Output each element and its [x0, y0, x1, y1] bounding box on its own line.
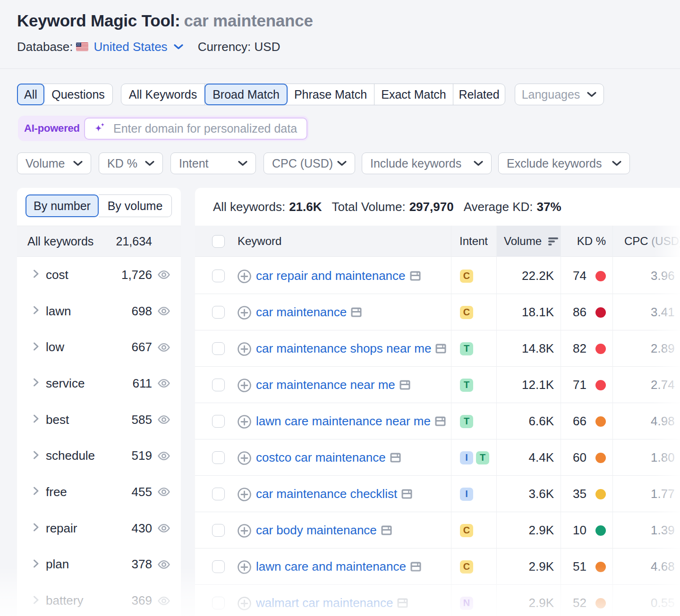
select-all-checkbox[interactable] [212, 235, 225, 248]
group-row-repair[interactable]: repair430 [17, 510, 181, 547]
filter-label: CPC (USD) [272, 157, 333, 170]
domain-input[interactable]: Enter domain for personalized data [84, 118, 307, 140]
add-keyword-icon[interactable] [238, 524, 251, 540]
row-checkbox[interactable] [212, 488, 225, 500]
eye-icon[interactable] [158, 522, 170, 534]
group-row-battery[interactable]: battery369 [17, 582, 181, 616]
add-keyword-icon[interactable] [238, 306, 251, 321]
group-row-plan[interactable]: plan378 [17, 547, 181, 583]
keyword-link[interactable]: costco car maintenance [256, 450, 386, 465]
serp-features-icon[interactable] [381, 525, 392, 537]
add-keyword-icon[interactable] [238, 379, 251, 394]
toggle-by-volume[interactable]: By volume [99, 194, 172, 217]
tab-all[interactable]: All [17, 84, 44, 105]
row-checkbox[interactable] [212, 379, 225, 391]
filter-exclude-keywords[interactable]: Exclude keywords [498, 152, 630, 174]
eye-icon[interactable] [158, 305, 170, 317]
eye-icon[interactable] [158, 413, 170, 426]
filter-volume[interactable]: Volume [17, 152, 91, 174]
group-row-schedule[interactable]: schedule519 [17, 438, 181, 474]
row-checkbox[interactable] [212, 306, 225, 319]
add-keyword-icon[interactable] [238, 560, 251, 576]
intent-cell: C [460, 548, 473, 585]
keyword-link[interactable]: car maintenance [256, 305, 347, 320]
row-checkbox[interactable] [212, 415, 225, 428]
tab-phrase-match[interactable]: Phrase Match [287, 84, 374, 105]
filter-kd[interactable]: KD % [99, 152, 163, 174]
serp-features-icon[interactable] [410, 562, 421, 574]
group-row-cost[interactable]: cost1,726 [17, 257, 181, 293]
serp-features-icon[interactable] [397, 598, 408, 610]
tab-related[interactable]: Related [453, 84, 505, 105]
group-sort-toggle: By numberBy volume [26, 194, 172, 217]
keyword-cell: lawn care maintenance near me [256, 403, 446, 439]
row-checkbox[interactable] [212, 270, 225, 282]
add-keyword-icon[interactable] [238, 488, 251, 503]
filter-include-keywords[interactable]: Include keywords [362, 152, 492, 174]
group-count: 611 [133, 376, 152, 391]
column-header-intent[interactable]: Intent [451, 226, 496, 257]
group-row-free[interactable]: free455 [17, 474, 181, 510]
group-row-lawn[interactable]: lawn698 [17, 293, 181, 329]
database-selector[interactable]: United States [94, 40, 184, 54]
add-keyword-icon[interactable] [238, 597, 251, 612]
intent-badge-I: I [460, 488, 473, 501]
cpc-cell: 0.55 [651, 585, 675, 616]
column-header-volume[interactable]: Volume [496, 226, 561, 257]
toggle-by-number[interactable]: By number [26, 194, 99, 217]
group-row-service[interactable]: service611 [17, 365, 181, 402]
chevron-down-icon [473, 160, 484, 167]
tab-questions[interactable]: Questions [44, 84, 112, 105]
serp-features-icon[interactable] [435, 416, 446, 428]
serp-features-icon[interactable] [390, 453, 401, 464]
eye-icon[interactable] [158, 450, 170, 462]
tab-broad-match[interactable]: Broad Match [204, 84, 288, 105]
column-header-volume-label: Volume [504, 235, 542, 248]
tab-exact-match[interactable]: Exact Match [374, 84, 453, 105]
column-header-kd[interactable]: KD % [561, 226, 612, 257]
add-keyword-icon[interactable] [238, 415, 251, 430]
eye-icon[interactable] [158, 269, 170, 281]
add-keyword-icon[interactable] [238, 270, 251, 285]
eye-icon[interactable] [158, 377, 170, 389]
eye-icon[interactable] [158, 595, 170, 607]
intent-cell: C [460, 294, 473, 330]
tab-all-keywords[interactable]: All Keywords [121, 84, 205, 105]
keyword-link[interactable]: car maintenance shops near me [256, 341, 431, 356]
add-keyword-icon[interactable] [238, 342, 251, 358]
group-row-best[interactable]: best585 [17, 402, 181, 438]
eye-icon[interactable] [158, 486, 170, 498]
serp-features-icon[interactable] [400, 380, 410, 392]
eye-icon[interactable] [158, 558, 170, 571]
row-checkbox[interactable] [212, 597, 225, 609]
row-checkbox[interactable] [212, 560, 225, 573]
keyword-link[interactable]: car maintenance checklist [256, 487, 397, 501]
column-header-cpc[interactable]: CPC (USD) [624, 226, 680, 257]
kd-cell: 10 [527, 512, 586, 548]
serp-features-icon[interactable] [410, 271, 421, 283]
serp-features-icon[interactable] [351, 307, 362, 319]
keyword-link[interactable]: lawn care maintenance near me [256, 414, 431, 429]
keyword-link[interactable]: car repair and maintenance [256, 269, 406, 283]
filter-cpc-usd[interactable]: CPC (USD) [264, 152, 355, 174]
row-checkbox[interactable] [212, 342, 225, 355]
database-value: United States [94, 40, 168, 54]
languages-dropdown[interactable]: Languages [515, 84, 604, 105]
keyword-link[interactable]: car maintenance near me [256, 378, 395, 392]
add-keyword-icon[interactable] [238, 451, 251, 467]
chevron-right-icon [32, 558, 40, 571]
filter-intent[interactable]: Intent [170, 152, 256, 174]
keyword-link[interactable]: walmart car maintenance [256, 596, 393, 610]
serp-features-icon[interactable] [435, 344, 446, 355]
header-divider [0, 68, 680, 69]
eye-icon[interactable] [158, 341, 170, 354]
row-checkbox[interactable] [212, 451, 225, 464]
group-row-low[interactable]: low667 [17, 329, 181, 365]
column-header-keyword[interactable]: Keyword [238, 226, 281, 257]
keyword-link[interactable]: car body maintenance [256, 523, 377, 538]
keyword-link[interactable]: lawn care and maintenance [256, 559, 406, 574]
row-checkbox[interactable] [212, 524, 225, 537]
serp-features-icon[interactable] [401, 489, 412, 501]
intent-cell: IT [460, 439, 489, 476]
table-row: car maintenanceC18.1K863.41 [195, 294, 680, 330]
